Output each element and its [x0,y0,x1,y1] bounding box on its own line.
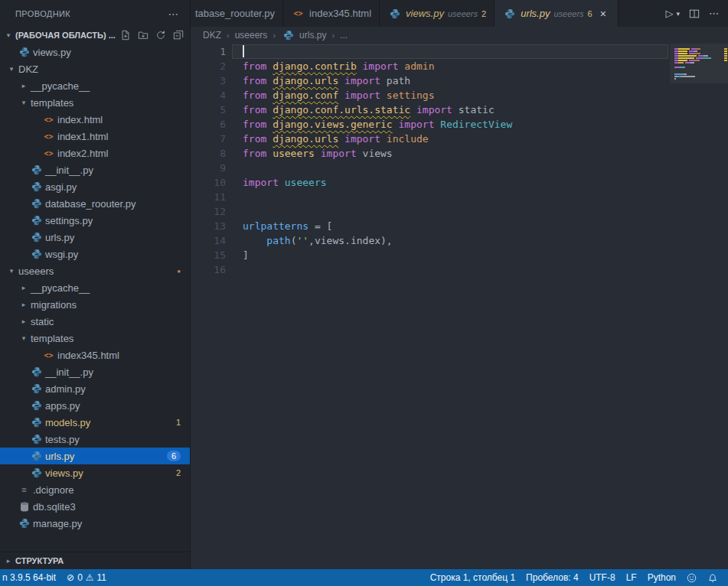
explorer-actions [120,30,184,41]
run-button[interactable]: ▷ [665,8,673,19]
tree-item-settings.py[interactable]: settings.py [0,212,190,229]
python-icon [17,47,31,57]
tree-item-database_roouter.py[interactable]: database_roouter.py [0,195,190,212]
tree-item-index2.html[interactable]: <>index2.html [0,145,190,161]
code-editor[interactable]: 12from django.contrib import admin3from … [191,44,728,569]
code-line-11[interactable]: 11 [191,190,668,204]
line-number: 11 [191,190,226,204]
line-text [226,161,243,175]
code-line-4[interactable]: 4from django.conf import settings [191,88,668,103]
tree-folder-__pycache__[interactable]: ▸__pycache__ [0,77,190,94]
tree-item-__init__.py[interactable]: __init__.py [0,363,190,380]
line-number: 4 [191,88,226,103]
cursor-position[interactable]: Строка 1, столбец 1 [425,569,521,586]
code-line-6[interactable]: 6from django.views.generic import Redire… [191,117,668,132]
problems-indicator[interactable]: ⊘ 0 ⚠ 11 [61,569,112,586]
tree-item-models.py[interactable]: models.py1 [0,414,190,431]
tree-item-.dcignore[interactable]: ≡.dcignore [0,481,190,498]
code-line-5[interactable]: 5from django.conf.urls.static import sta… [191,103,668,117]
code-line-14[interactable]: 14 path('',views.index), [191,233,668,248]
collapse-all-icon[interactable] [173,30,184,41]
workspace-section-header[interactable]: ▾ (РАБОЧАЯ ОБЛАСТЬ) ... [0,27,190,44]
minimap-line [674,48,722,50]
tree-item-views.py[interactable]: views.py [0,44,190,60]
breadcrumb-item-DKZ[interactable]: DKZ [203,30,221,41]
tree-item-wsgi.py[interactable]: wsgi.py [0,246,190,262]
encoding[interactable]: UTF-8 [584,569,621,586]
minimap[interactable] [674,46,722,83]
file-tree: views.py▾DKZ▸__pycache__▾templates<>inde… [0,44,190,552]
tree-item-db.sqlite3[interactable]: db.sqlite3 [0,498,190,515]
outline-section-header[interactable]: ▸ СТРУКТУРА [0,552,190,569]
chevron-right-icon: ▸ [18,284,29,291]
new-file-icon[interactable] [120,30,131,41]
code-line-16[interactable]: 16 [191,262,668,277]
code-line-2[interactable]: 2from django.contrib import admin [191,59,668,73]
tree-item-tests.py[interactable]: tests.py [0,431,190,448]
tree-folder-static[interactable]: ▸static [0,313,190,330]
tree-item-admin.py[interactable]: admin.py [0,380,190,397]
tree-folder-useeers[interactable]: ▾useeers● [0,262,190,279]
breadcrumb-item-urlspy[interactable]: urls.py [281,30,326,41]
tree-item-index1.html[interactable]: <>index1.html [0,128,190,145]
line-text: from django.conf.urls.static import stat… [226,103,495,117]
tree-item-__init__.py[interactable]: __init__.py [0,161,190,178]
code-line-3[interactable]: 3from django.urls import path [191,73,668,88]
code-line-9[interactable]: 9 [191,161,668,175]
tree-item-apps.py[interactable]: apps.py [0,397,190,414]
tree-folder-__pycache__[interactable]: ▸__pycache__ [0,279,190,296]
refresh-icon[interactable] [155,30,166,41]
python-interpreter[interactable]: n 3.9.5 64-bit [0,569,61,586]
tree-item-urls.py[interactable]: urls.py [0,229,190,246]
code-line-13[interactable]: 13urlpatterns = [ [191,219,668,233]
indentation[interactable]: Пробелов: 4 [521,569,584,586]
tree-item-index.html[interactable]: <>index.html [0,111,190,128]
tree-folder-DKZ[interactable]: ▾DKZ [0,60,190,77]
tree-item-index345.html[interactable]: <>index345.html [0,347,190,363]
tree-item-urls.py[interactable]: urls.py6 [0,448,190,464]
tree-item-views.py[interactable]: views.py2 [0,464,190,481]
new-folder-icon[interactable] [138,30,149,41]
notifications-bell-icon[interactable] [702,569,723,586]
tree-folder-templates[interactable]: ▾templates [0,330,190,347]
file-label: templates [31,97,73,109]
run-dropdown-icon[interactable]: ▾ [676,10,680,18]
breadcrumb-item-useeers[interactable]: useeers [235,30,268,41]
python-icon [29,164,44,175]
explorer-more-icon[interactable]: ⋯ [168,8,179,20]
eol[interactable]: LF [621,569,642,586]
text-cursor [243,45,244,57]
code-line-15[interactable]: 15] [191,248,668,262]
tab-views[interactable]: views.pyuseeers2 [380,0,495,27]
tree-folder-templates[interactable]: ▾templates [0,94,190,111]
code-line-10[interactable]: 10import useeers [191,175,668,190]
tree-folder-migrations[interactable]: ▸migrations [0,296,190,313]
tree-item-manage.py[interactable]: manage.py [0,515,190,532]
minimap-line [674,78,722,80]
problems-badge: 6 [167,451,181,461]
python-icon [29,181,44,192]
python-icon [387,8,402,19]
python-icon [17,518,31,529]
more-actions-button[interactable]: ⋯ [709,8,719,19]
tab-index345[interactable]: <>index345.html [283,0,380,27]
split-editor-button[interactable] [689,8,700,19]
file-label: __pycache__ [31,282,90,294]
file-label: DKZ [18,63,38,75]
minimap-line [674,62,722,63]
line-number: 6 [191,117,226,132]
tab-database-roouter[interactable]: tabase_roouter.py [191,0,283,27]
code-line-12[interactable]: 12 [191,204,668,219]
code-line-8[interactable]: 8from useeers import views [191,146,668,161]
chevron-right-icon: ▸ [18,82,29,90]
errors-count: 0 [77,572,83,583]
feedback-smiley-icon[interactable] [681,569,702,586]
code-line-1[interactable]: 1 [191,44,668,59]
python-icon [29,198,44,209]
language-mode[interactable]: Python [642,569,681,586]
breadcrumb-item-[interactable]: ... [340,30,348,41]
close-icon[interactable]: × [596,8,610,20]
tree-item-asgi.py[interactable]: asgi.py [0,178,190,195]
code-line-7[interactable]: 7from django.urls import include [191,132,668,146]
tab-urls[interactable]: urls.pyuseeers6× [495,0,619,27]
